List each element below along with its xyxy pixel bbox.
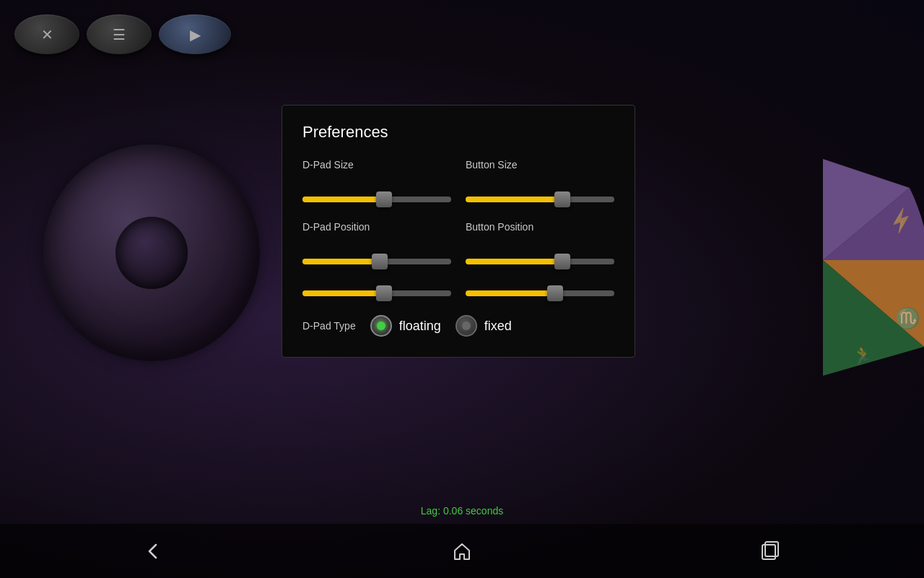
dpad-position-label: D-Pad Position (302, 221, 451, 233)
home-button[interactable] (430, 533, 494, 569)
button-size-slider[interactable] (466, 189, 614, 210)
dpad-outer (43, 144, 260, 361)
play-button[interactable]: ▶ (159, 14, 231, 54)
menu-icon: ☰ (113, 26, 126, 43)
svg-text:♏: ♏ (895, 306, 920, 330)
play-icon: ▶ (190, 26, 201, 43)
button-position-label: Button Position (466, 221, 614, 233)
lag-indicator: Lag: 0.06 seconds (421, 505, 503, 517)
fixed-radio-dot (462, 322, 471, 330)
close-icon: ✕ (41, 26, 53, 43)
menu-button[interactable]: ☰ (87, 14, 152, 54)
recents-button[interactable] (738, 533, 803, 569)
preferences-dialog: Preferences D-Pad Size Button Size (282, 105, 635, 358)
top-nav: ✕ ☰ ▶ (14, 14, 231, 54)
dpad-position-y-slider[interactable] (302, 283, 451, 303)
button-position-x-slider[interactable] (466, 251, 614, 272)
dpad-size-label: D-Pad Size (302, 159, 451, 171)
close-button[interactable]: ✕ (14, 14, 79, 54)
lag-text: Lag: 0.06 seconds (421, 505, 503, 517)
fixed-radio-button[interactable] (456, 315, 477, 337)
svg-text:🏃: 🏃 (852, 345, 873, 366)
dpad-type-label: D-Pad Type (302, 320, 356, 332)
floating-radio-dot (377, 322, 385, 330)
back-button[interactable] (121, 533, 186, 569)
fixed-radio-group[interactable]: fixed (456, 315, 512, 337)
pie-sections: ⚡ ♏ 🏃 (707, 144, 924, 376)
position-labels-row: D-Pad Position Button Position (302, 221, 614, 240)
floating-label: floating (399, 319, 441, 334)
dpad-position-x-slider[interactable] (302, 251, 451, 272)
button-position-y-slider[interactable] (466, 283, 614, 303)
dpad-size-slider[interactable] (302, 189, 451, 210)
position-y-sliders-row (302, 283, 614, 303)
position-x-sliders-row (302, 251, 614, 272)
button-size-label: Button Size (466, 159, 614, 171)
recents-icon (759, 540, 781, 562)
dpad-visual (43, 144, 260, 361)
size-labels-row: D-Pad Size Button Size (302, 159, 614, 178)
dpad-type-row: D-Pad Type floating fixed (302, 315, 614, 337)
size-sliders-row (302, 189, 614, 210)
preferences-title: Preferences (302, 123, 614, 142)
floating-radio-group[interactable]: floating (370, 315, 441, 337)
dpad-center (116, 217, 188, 289)
bottom-nav (0, 524, 924, 578)
floating-radio-button[interactable] (370, 315, 392, 337)
home-icon (451, 540, 473, 562)
fixed-label: fixed (484, 319, 512, 334)
back-icon (143, 540, 165, 562)
